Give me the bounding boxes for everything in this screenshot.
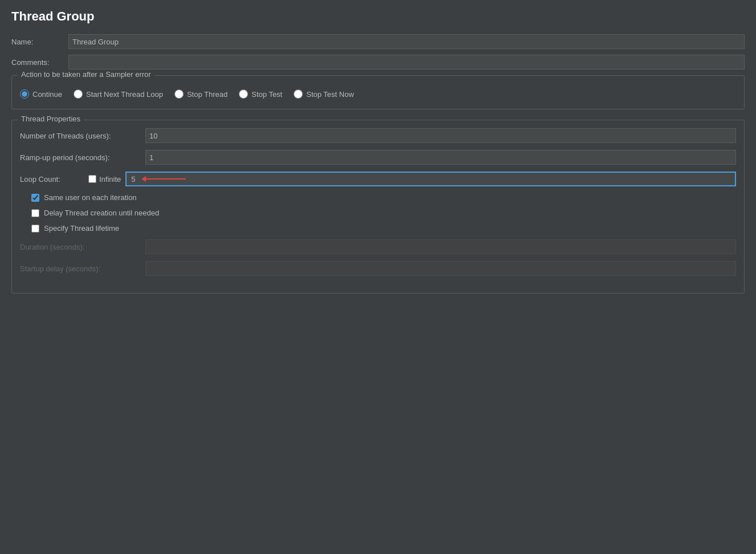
startup-delay-input: [145, 261, 736, 276]
specify-lifetime-checkbox[interactable]: [31, 225, 39, 233]
radio-group: Continue Start Next Thread Loop Stop Thr…: [20, 89, 736, 99]
page-title: Thread Group: [11, 9, 745, 24]
radio-stop-thread-input[interactable]: [174, 89, 184, 99]
loop-value-display: [125, 172, 736, 186]
startup-delay-label: Startup delay (seconds):: [20, 264, 145, 273]
infinite-checkbox[interactable]: [88, 175, 96, 183]
radio-stop-test-now-input[interactable]: [294, 89, 303, 99]
name-row: Name:: [11, 34, 745, 49]
action-legend: Action to be taken after a Sampler error: [18, 70, 155, 79]
radio-stop-thread-label: Stop Thread: [187, 90, 227, 99]
name-label: Name:: [11, 38, 68, 46]
duration-row: Duration (seconds):: [20, 239, 736, 254]
num-threads-input[interactable]: [145, 128, 736, 143]
delay-thread-checkbox[interactable]: [31, 209, 39, 217]
infinite-label: Infinite: [99, 175, 121, 184]
same-user-checkbox[interactable]: [31, 194, 39, 202]
comments-label: Comments:: [11, 58, 68, 67]
ramp-up-input[interactable]: [145, 150, 736, 165]
infinite-checkbox-label[interactable]: Infinite: [88, 175, 121, 184]
loop-count-input[interactable]: [125, 172, 736, 186]
loop-count-row: Loop Count: Infinite: [20, 172, 736, 186]
comments-row: Comments:: [11, 55, 745, 70]
radio-stop-test-now[interactable]: Stop Test Now: [294, 89, 354, 99]
radio-start-next-loop-input[interactable]: [74, 89, 83, 99]
thread-properties-legend: Thread Properties: [18, 115, 84, 123]
name-input[interactable]: [68, 34, 745, 49]
radio-stop-test-now-label: Stop Test Now: [306, 90, 354, 99]
duration-label: Duration (seconds):: [20, 243, 145, 251]
action-section: Action to be taken after a Sampler error…: [11, 75, 745, 109]
radio-stop-test-label: Stop Test: [251, 90, 282, 99]
same-user-row: Same user on each iteration: [20, 193, 736, 202]
specify-lifetime-row: Specify Thread lifetime: [20, 224, 736, 233]
radio-start-next-loop-label: Start Next Thread Loop: [86, 90, 163, 99]
delay-thread-label: Delay Thread creation until needed: [44, 209, 159, 217]
duration-input: [145, 239, 736, 254]
ramp-up-row: Ramp-up period (seconds):: [20, 150, 736, 165]
loop-count-label: Loop Count:: [20, 175, 88, 184]
same-user-label: Same user on each iteration: [44, 193, 137, 202]
comments-input[interactable]: [68, 55, 745, 70]
loop-count-controls: Infinite: [88, 172, 736, 186]
radio-continue-input[interactable]: [20, 89, 29, 99]
radio-stop-test-input[interactable]: [239, 89, 248, 99]
num-threads-label: Number of Threads (users):: [20, 132, 145, 140]
startup-delay-row: Startup delay (seconds):: [20, 261, 736, 276]
thread-properties-section: Thread Properties Number of Threads (use…: [11, 120, 745, 294]
specify-lifetime-label: Specify Thread lifetime: [44, 224, 119, 233]
num-threads-row: Number of Threads (users):: [20, 128, 736, 143]
ramp-up-label: Ramp-up period (seconds):: [20, 153, 145, 162]
delay-thread-row: Delay Thread creation until needed: [20, 209, 736, 217]
radio-stop-thread[interactable]: Stop Thread: [174, 89, 227, 99]
radio-stop-test[interactable]: Stop Test: [239, 89, 282, 99]
main-container: Thread Group Name: Comments: Action to b…: [0, 0, 756, 313]
radio-continue-label: Continue: [32, 90, 62, 99]
radio-start-next-loop[interactable]: Start Next Thread Loop: [74, 89, 163, 99]
radio-continue[interactable]: Continue: [20, 89, 62, 99]
